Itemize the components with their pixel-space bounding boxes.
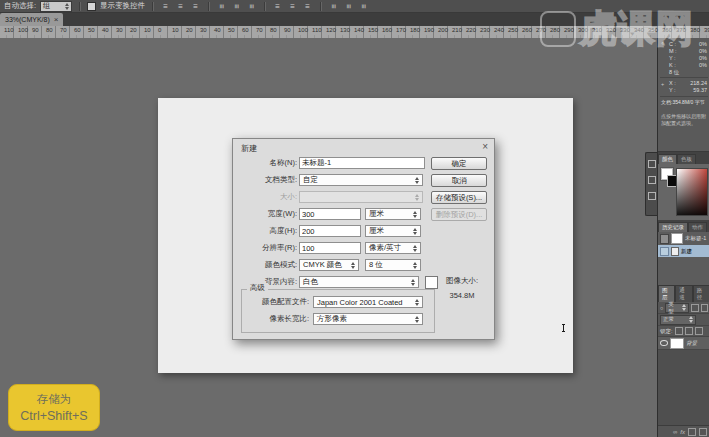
lock-transparency-icon[interactable]	[675, 327, 683, 335]
align-bottom-icon[interactable]: ≡	[190, 2, 201, 11]
dialog-close-icon[interactable]: ×	[482, 141, 488, 152]
filter-icon[interactable]	[701, 304, 708, 312]
filter-type-dropdown[interactable]: 类型	[665, 303, 689, 313]
link-layers-icon[interactable]: ∞	[673, 429, 677, 435]
shortcut-keys-label: Ctrl+Shift+S	[20, 409, 87, 423]
doc-type-dropdown[interactable]: 自定	[299, 174, 423, 186]
history-panel-tabs: 历史记录 动作	[658, 220, 709, 232]
layers-panel-tabs: 图层 通道 路径	[658, 290, 709, 302]
tab-paths[interactable]: 路径	[693, 285, 709, 302]
add-mask-icon[interactable]	[688, 428, 696, 436]
resolution-input[interactable]	[299, 242, 361, 254]
ruler-label: 60	[74, 27, 81, 33]
height-label: 高度(H):	[237, 225, 297, 237]
ruler-label: 170	[396, 27, 406, 33]
ruler-label: 260	[522, 27, 532, 33]
layers-bottom-bar: ∞ fx	[658, 425, 709, 437]
shortcut-badge: 存储为 Ctrl+Shift+S	[8, 384, 100, 431]
background-dropdown[interactable]: 白色	[299, 276, 419, 288]
save-preset-button[interactable]: 存储预设(S)...	[431, 191, 487, 204]
align-vcenter-icon[interactable]: ≡	[175, 2, 186, 11]
lock-all-icon[interactable]	[695, 327, 703, 335]
height-unit-dropdown[interactable]: 厘米	[365, 225, 421, 237]
distribute-vcenter-icon[interactable]: ≡	[287, 2, 298, 11]
lock-pixels-icon[interactable]	[685, 327, 693, 335]
ruler-label: 310	[592, 27, 602, 33]
ruler-label: 230	[480, 27, 490, 33]
new-layer-icon[interactable]	[699, 428, 707, 436]
name-input[interactable]	[299, 157, 425, 169]
height-input[interactable]	[299, 225, 361, 237]
document-tab[interactable]: 33%(CMYK/8) ×	[0, 13, 63, 26]
ruler-label: 60	[242, 27, 249, 33]
history-item-new[interactable]: 新建	[658, 245, 709, 257]
lock-row: 锁定:	[658, 326, 709, 337]
resolution-unit-dropdown[interactable]: 像素/英寸	[365, 242, 421, 254]
text-cursor	[563, 324, 564, 332]
ruler-label: 140	[354, 27, 364, 33]
document-tab-title: 33%(CMYK/8)	[5, 16, 50, 23]
distribute-bottom-icon[interactable]: ≡	[302, 2, 313, 11]
tab-channels[interactable]: 通道	[675, 285, 692, 302]
auto-select-dropdown[interactable]: 组	[40, 1, 72, 12]
ok-button[interactable]: 确定	[431, 157, 487, 170]
auto-select-label: 自动选择:	[4, 1, 36, 11]
layer-thumbnail[interactable]	[670, 338, 684, 349]
tab-actions[interactable]: 动作	[688, 222, 707, 232]
color-profile-label: 颜色配置文件:	[237, 296, 309, 308]
collapsed-panel-strip[interactable]	[645, 152, 657, 216]
cancel-button[interactable]: 取消	[431, 174, 487, 187]
ruler-label: 40	[214, 27, 221, 33]
canvas-area[interactable]: 新建 × 名称(N): 文档类型: 自定 大小: 宽度(W): 厘米 高度(H)…	[0, 38, 657, 437]
layer-fx-icon[interactable]: fx	[680, 429, 685, 435]
panel-icon[interactable]	[648, 160, 656, 168]
distribute-hcenter-icon[interactable]: ≡	[344, 1, 353, 12]
chevron-updown-icon	[413, 228, 417, 235]
tab-history[interactable]: 历史记录	[658, 222, 688, 232]
align-left-icon[interactable]: ≡	[217, 1, 226, 12]
ruler-label: 240	[494, 27, 504, 33]
color-mode-label: 颜色模式:	[237, 259, 297, 271]
ruler-label: 390	[704, 27, 709, 33]
ruler-label: 360	[662, 27, 672, 33]
color-profile-dropdown[interactable]: Japan Color 2001 Coated	[313, 296, 423, 308]
ruler-label: 180	[410, 27, 420, 33]
new-document-icon	[671, 247, 679, 256]
panel-icon[interactable]	[648, 176, 656, 184]
close-icon[interactable]: ×	[54, 15, 59, 24]
tab-layers[interactable]: 图层	[658, 285, 675, 302]
distribute-top-icon[interactable]: ≡	[272, 2, 283, 11]
distribute-right-icon[interactable]: ≡	[359, 1, 368, 12]
snapshot-icon	[660, 234, 669, 244]
width-input[interactable]	[299, 208, 361, 220]
width-label: 宽度(W):	[237, 208, 297, 220]
tab-color[interactable]: 颜色	[658, 154, 677, 164]
filter-icon[interactable]	[691, 304, 698, 312]
blend-mode-dropdown[interactable]: 正常	[660, 315, 696, 325]
layers-empty-area	[658, 350, 709, 425]
panel-icon[interactable]	[648, 192, 656, 200]
color-mode-dropdown[interactable]: CMYK 颜色	[299, 259, 359, 271]
info-hint-text: 点按并拖移以启用附加配置式选项。	[661, 113, 708, 126]
color-gradient-field[interactable]	[676, 168, 708, 216]
divider	[660, 96, 708, 97]
show-transform-checkbox[interactable]	[87, 2, 96, 11]
pixel-aspect-dropdown[interactable]: 方形像素	[313, 313, 423, 325]
align-hcenter-icon[interactable]: ≡	[232, 1, 241, 12]
layer-filter-row: ○ 类型	[658, 302, 709, 314]
distribute-left-icon[interactable]: ≡	[329, 1, 338, 12]
info-row: Y :0%	[669, 55, 707, 62]
bit-depth-dropdown[interactable]: 8 位	[365, 259, 421, 271]
align-top-icon[interactable]: ≡	[160, 2, 171, 11]
eyedropper-icon: ✎	[661, 41, 666, 47]
history-item-snapshot[interactable]: 未标题-1	[658, 232, 709, 245]
history-source-checkbox[interactable]	[660, 247, 669, 256]
width-unit-dropdown[interactable]: 厘米	[365, 208, 421, 220]
image-size-value: 354.8M	[433, 291, 491, 300]
chevron-updown-icon	[689, 316, 693, 323]
align-right-icon[interactable]: ≡	[247, 1, 256, 12]
layer-row-background[interactable]: 背景	[658, 337, 709, 350]
tab-swatches[interactable]: 色板	[677, 154, 696, 164]
visibility-eye-icon[interactable]	[660, 340, 668, 346]
chevron-updown-icon	[415, 177, 419, 184]
